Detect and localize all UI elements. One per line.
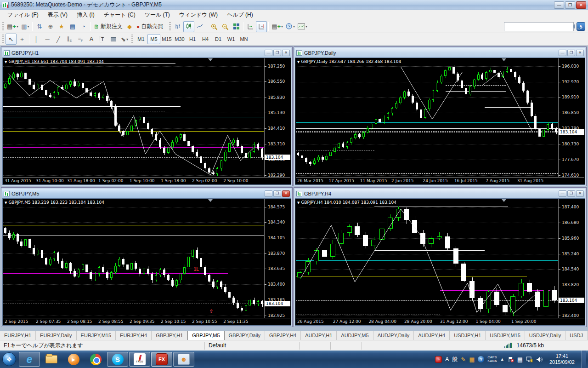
timeframe-button-h1[interactable]: H1 (186, 34, 199, 44)
menu-item-0[interactable]: ファイル (F) (3, 10, 43, 20)
tray-app-icon[interactable]: ◔ (435, 356, 442, 363)
search-input[interactable] (504, 23, 573, 30)
notifications-button[interactable]: 5 (577, 22, 585, 31)
cursor-tool-button[interactable]: ↖ (6, 34, 17, 45)
autotrade-button[interactable]: ●自動売買 (135, 21, 164, 32)
ime-help-icon[interactable]: ? (478, 356, 484, 362)
chart-tab-eurjpy-h1[interactable]: EURJPY,H1 (0, 331, 36, 340)
chart-tab-audjpy-h1[interactable]: AUDJPY,H1 (301, 331, 337, 340)
crosshair-tool-button[interactable]: ＋ (17, 34, 28, 45)
tray-clipboard-icon[interactable]: ▤ (517, 356, 523, 363)
tray-expand-arrow[interactable]: ▲ (500, 357, 504, 362)
channel-tool-button[interactable]: ∥E (64, 34, 75, 45)
toolbar-grip[interactable] (2, 34, 4, 44)
chart-shift-marker[interactable] (208, 199, 213, 202)
chart-tab-gbpjpy-h4[interactable]: GBPJPY,H4 (265, 331, 301, 340)
price-scale[interactable]: 187.250186.550185.830185.130184.410183.7… (264, 58, 290, 177)
chart-tab-usdj[interactable]: USDJ (565, 331, 588, 340)
zoom-in-button[interactable] (209, 21, 220, 32)
timeframe-button-d1[interactable]: D1 (212, 34, 225, 44)
chart-plot[interactable]: 1L⇧▼GBPJPY,M5 183.219 183.223 183.104 18… (3, 199, 264, 318)
status-profile[interactable]: Default (205, 342, 268, 350)
chart-shift-marker[interactable] (502, 58, 506, 61)
menu-item-1[interactable]: 表示 (V) (43, 10, 72, 20)
chart-window-gbpjpy-m5[interactable]: GBPJPY,M5 — ❐ ✕ 1L⇧▼GBPJPY,M5 183.219 18… (1, 188, 292, 327)
child-restore-button[interactable]: ❐ (273, 190, 281, 197)
time-axis[interactable]: 31 Aug 201531 Aug 10:0031 Aug 18:001 Sep… (3, 177, 290, 184)
child-close-button[interactable]: ✕ (282, 50, 290, 56)
scripts-icon[interactable]: ◆ (124, 21, 135, 32)
timeframe-button-mn[interactable]: MN (237, 34, 250, 44)
network-icon[interactable] (526, 356, 533, 362)
navigator-button[interactable]: ★ (56, 21, 67, 32)
menu-item-6[interactable]: ヘルプ (H) (222, 10, 258, 20)
chart-tab-eurjpy-h4[interactable]: EURJPY,H4 (116, 331, 152, 340)
child-restore-button[interactable]: ❐ (567, 50, 575, 56)
price-scale[interactable]: 184.575184.340184.105183.870183.635183.4… (264, 199, 290, 318)
ime-kanji-indicator[interactable]: 般 (452, 356, 458, 363)
time-axis[interactable]: 2 Sep 20152 Sep 07:352 Sep 08:152 Sep 08… (3, 318, 290, 325)
text-label-tool-button[interactable]: T (97, 34, 108, 45)
bar-chart-button[interactable] (172, 21, 183, 32)
toolbar-grip[interactable] (169, 22, 171, 31)
time-axis[interactable]: 26 Mar 201517 Apr 201511 May 20152 Jun 2… (296, 177, 584, 184)
child-minimize-button[interactable]: — (559, 50, 566, 56)
chart-tab-gbpjpy-h1[interactable]: GBPJPY,H1 (152, 331, 187, 340)
timeframe-button-w1[interactable]: W1 (225, 34, 237, 44)
child-restore-button[interactable]: ❐ (567, 190, 575, 197)
menu-item-2[interactable]: 挿入 (I) (72, 10, 99, 20)
zoom-out-button[interactable] (220, 21, 231, 32)
child-restore-button[interactable]: ❐ (273, 50, 281, 56)
strategy-tester-button[interactable]: ◔ (78, 21, 89, 32)
chart-plot[interactable]: ▼GBPJPY,H1 183.661 183.704 183.091 183.1… (3, 58, 264, 177)
chart-window-gbpjpy-daily[interactable]: GBPJPY,Daily — ❐ ✕ ▼GBPJPY,Daily 182.647… (294, 47, 586, 186)
price-scale[interactable]: 187.400186.680185.960185.240184.540183.8… (558, 199, 584, 318)
menu-item-5[interactable]: ウィンドウ (W) (175, 10, 222, 20)
taskbar-media-player[interactable]: ▶ (63, 352, 84, 367)
child-close-button[interactable]: ✕ (576, 50, 584, 56)
chart-window-titlebar[interactable]: GBPJPY,H1 — ❐ ✕ (2, 48, 291, 58)
chart-window-titlebar[interactable]: GBPJPY,H4 — ❐ ✕ (295, 189, 585, 198)
chart-plot[interactable]: ▼GBPJPY,Daily 182.647 184.266 182.468 18… (296, 58, 558, 177)
fibonacci-tool-button[interactable]: ≡F (75, 34, 86, 45)
taskbar-fx-app[interactable]: FX (151, 352, 172, 367)
vertical-line-tool-button[interactable]: │ (31, 34, 42, 45)
market-watch-button[interactable]: ⇅ (34, 21, 45, 32)
chart-plot[interactable]: ▼GBPJPY,H4 184.010 184.087 183.091 183.1… (296, 199, 558, 318)
chart-window-gbpjpy-h1[interactable]: GBPJPY,H1 — ❐ ✕ ▼GBPJPY,H1 183.661 183.7… (1, 47, 292, 186)
profiles-button[interactable]: ▥▾ (20, 21, 31, 32)
close-button[interactable]: ✕ (576, 1, 586, 9)
chart-window-titlebar[interactable]: GBPJPY,M5 — ❐ ✕ (2, 189, 291, 198)
chart-tab-audjpy-daily[interactable]: AUDJPY,Daily (373, 331, 414, 340)
menu-item-4[interactable]: ツール (T) (140, 10, 175, 20)
ime-mode-indicator[interactable]: A (445, 356, 449, 362)
terminal-button[interactable]: ▤ (67, 21, 78, 32)
chart-tab-usdjpy-h1[interactable]: USDJPY,H1 (450, 331, 486, 340)
chart-tab-gbpjpy-m5[interactable]: GBPJPY,M5 (187, 331, 224, 340)
taskbar-clock[interactable]: 17:41 2015/09/02 (546, 353, 578, 365)
taskbar-chrome[interactable] (85, 352, 106, 367)
child-close-button[interactable]: ✕ (282, 190, 290, 197)
shapes-tool-button[interactable] (108, 34, 119, 45)
timeframe-button-m1[interactable]: M1 (135, 34, 147, 44)
ime-caps-kana-indicator[interactable]: CAPS KANA (487, 356, 497, 363)
taskbar-windows-explorer[interactable] (41, 352, 62, 367)
minimize-button[interactable]: — (554, 1, 564, 9)
child-minimize-button[interactable]: — (265, 190, 272, 197)
chart-tab-usdjpy-m15[interactable]: USDJPY,M15 (486, 331, 525, 340)
candlestick-chart-button[interactable] (183, 21, 194, 32)
time-axis[interactable]: 26 Aug 201527 Aug 12:0028 Aug 04:0028 Au… (296, 318, 584, 325)
action-center-flag-icon[interactable] (508, 356, 514, 362)
toolbar-grip[interactable] (131, 34, 133, 44)
chart-tab-audjpy-m5[interactable]: AUDJPY,M5 (337, 331, 373, 340)
ime-toolbox-icon[interactable]: ▦ (469, 356, 475, 363)
taskbar-internet-explorer[interactable]: e (19, 352, 40, 367)
chart-tab-eurjpy-m15[interactable]: EURJPY,M15 (77, 331, 116, 340)
chart-shift-button[interactable] (256, 21, 267, 32)
child-minimize-button[interactable]: — (559, 190, 566, 197)
taskbar-skype[interactable]: S (107, 352, 128, 367)
speaker-icon[interactable] (536, 356, 543, 362)
line-chart-button[interactable] (194, 21, 205, 32)
toolbar-grip[interactable] (2, 22, 4, 31)
chart-tab-audjpy-h4[interactable]: AUDJPY,H4 (414, 331, 450, 340)
